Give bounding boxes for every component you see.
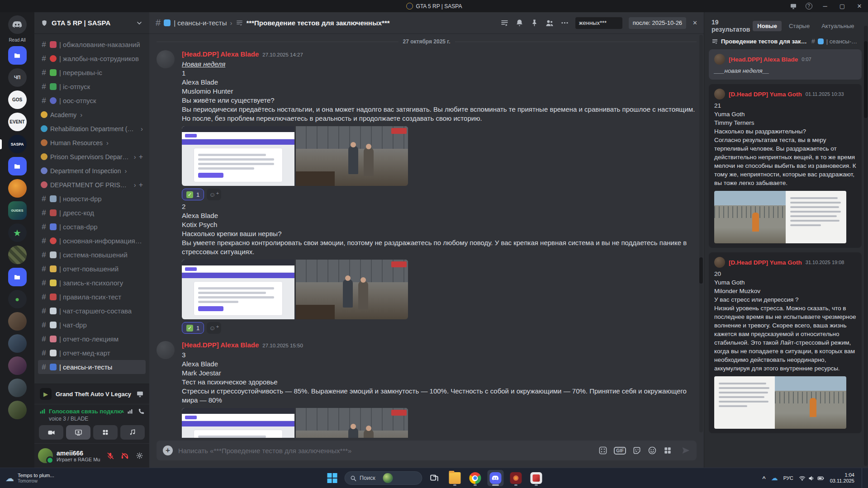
app-button-red[interactable] [508, 470, 524, 486]
channel-item[interactable]: #| основная-информация-dpp [38, 234, 146, 248]
server-icon-avatar[interactable] [8, 334, 27, 353]
settings-gear-icon[interactable] [133, 450, 146, 462]
server-icon-star[interactable]: ★ [8, 223, 27, 242]
add-channel-icon[interactable]: + [139, 181, 143, 189]
server-icon-guides[interactable]: GUIDES [8, 201, 27, 220]
category-item[interactable]: Academy› [38, 108, 146, 122]
channel-item[interactable]: #| запись-к-психологу [38, 276, 146, 290]
reaction-pill[interactable]: ✓1 [182, 322, 204, 334]
attachment-image-game[interactable] [296, 408, 408, 438]
tray-expand-icon[interactable]: ^ [762, 475, 766, 482]
notifications-bell-icon[interactable] [515, 19, 524, 27]
result-attachment-image[interactable] [714, 376, 846, 429]
server-header[interactable]: GTA 5 RP | SASPA [34, 12, 149, 34]
avatar[interactable] [157, 341, 175, 359]
tab-old[interactable]: Старые [784, 21, 814, 31]
mute-mic-button[interactable] [104, 450, 117, 462]
gif-picker-icon[interactable]: GIF [614, 447, 626, 455]
user-meta[interactable]: ameii666 Играет в RAGE Multipla...+1 [57, 450, 100, 462]
chat-scrollbar-thumb[interactable] [699, 257, 703, 284]
tab-relevant[interactable]: Актуальные [817, 21, 859, 31]
thread-title[interactable]: ***Проведение тестов для заключенных*** [247, 19, 390, 27]
show-desktop-button[interactable] [862, 468, 863, 488]
panel-scrollbar-thumb[interactable] [864, 41, 868, 118]
attachment-image-game[interactable] [296, 260, 408, 319]
clear-search-icon[interactable]: ✕ [693, 19, 697, 26]
sticker-icon[interactable] [632, 446, 641, 455]
deafen-button[interactable] [119, 450, 131, 462]
result-attachment-image[interactable] [714, 191, 846, 243]
add-reaction-button[interactable]: ☺+ [207, 322, 221, 334]
threads-icon[interactable] [500, 19, 509, 27]
user-avatar[interactable] [38, 448, 53, 463]
chat-scrollbar[interactable] [699, 35, 703, 432]
taskbar-search[interactable]: Поиск [344, 471, 422, 485]
channel-item[interactable]: #| дресс-код [38, 206, 146, 220]
more-options-icon[interactable] [560, 19, 569, 27]
attach-plus-icon[interactable]: + [163, 445, 173, 455]
category-item[interactable]: Rehabilitation Department (RD)› [38, 122, 146, 136]
server-icon-event[interactable]: EVENT [8, 113, 27, 131]
server-icon-speaker[interactable]: ● [8, 290, 27, 308]
category-item[interactable]: Prison Supervisors Department›+ [38, 150, 146, 164]
server-icon-avatar[interactable] [8, 401, 27, 419]
category-item[interactable]: Human Resources› [38, 136, 146, 150]
discord-button[interactable] [487, 470, 503, 486]
emoji-icon[interactable] [648, 446, 657, 455]
channel-item[interactable]: #| ic-отпуск [38, 80, 146, 94]
tray-cloud-icon[interactable]: ☁ [771, 474, 778, 482]
soundboard-button[interactable] [120, 425, 145, 440]
close-button[interactable]: ✕ [851, 0, 868, 12]
thread-reference[interactable]: Проведение тестов для заключенных # | се… [704, 37, 868, 49]
tray-status-icons[interactable] [799, 475, 825, 482]
server-icon-chp[interactable]: ЧП [8, 68, 27, 87]
channel-item[interactable]: #| правила-псих-тест [38, 290, 146, 304]
add-channel-icon[interactable]: + [139, 153, 143, 161]
server-icon-gos[interactable]: GOS [8, 90, 27, 109]
avatar[interactable] [157, 50, 175, 68]
help-icon[interactable]: ? [801, 0, 816, 12]
server-icon-saspa[interactable]: SASPA [8, 135, 27, 153]
server-icon-avatar[interactable] [8, 312, 27, 331]
search-input[interactable] [575, 17, 622, 29]
attachment-image-website[interactable] [182, 126, 294, 186]
screen-share-button[interactable] [66, 425, 90, 440]
message-author[interactable]: [Head.DPP] Alexa Blade [182, 340, 259, 350]
search-result[interactable]: [D.Head DPP] Yuma Goth 01.11.2025 10:33 … [709, 84, 862, 248]
pinned-messages-icon[interactable] [530, 19, 539, 27]
channel-item[interactable]: #| оос-отпуск [38, 94, 146, 108]
attachment-image-website[interactable] [182, 408, 294, 438]
server-icon-avatar[interactable] [8, 356, 27, 375]
channel-item[interactable]: #| отчет-повышений [38, 262, 146, 276]
attachment-image-website[interactable] [182, 260, 294, 319]
disconnect-call-icon[interactable] [138, 408, 145, 415]
server-folder-icon[interactable] [8, 46, 27, 65]
chrome-button[interactable] [467, 470, 483, 486]
channel-item[interactable]: #| обжалование-наказаний [38, 38, 146, 52]
apps-icon[interactable] [663, 446, 672, 455]
file-explorer-button[interactable] [446, 470, 463, 486]
camera-button[interactable] [39, 425, 63, 440]
search-result[interactable]: [D.Head DPP] Yuma Goth 31.10.2025 19:08 … [709, 252, 862, 433]
channel-item[interactable]: #| отчет-по-лекциям [38, 332, 146, 346]
maximize-button[interactable]: ▢ [834, 0, 851, 12]
voice-channel-name[interactable]: voice 3 / BLADE [49, 416, 145, 422]
channel-item[interactable]: #| система-повышений [38, 248, 146, 262]
minimize-button[interactable]: ─ [816, 0, 834, 12]
attachment-image-game[interactable] [296, 126, 408, 186]
task-view-button[interactable] [426, 470, 442, 486]
channel-name[interactable]: | сеансы-и-тесты [174, 19, 227, 27]
stream-game-icon[interactable] [136, 390, 144, 398]
add-reaction-button[interactable]: ☺+ [207, 189, 221, 200]
search-result[interactable]: [Head.DPP] Alexa Blade 0:07 ___новая нед… [709, 49, 862, 80]
search-filter-chip[interactable]: после: 2025-10-26 [629, 17, 686, 29]
message-input-field[interactable] [178, 447, 593, 455]
member-list-icon[interactable] [545, 19, 554, 28]
stream-preview-icon[interactable] [786, 0, 801, 12]
read-all-label[interactable]: Read All [9, 38, 25, 43]
message-author[interactable]: [Head.DPP] Alexa Blade [182, 49, 259, 59]
server-folder-icon[interactable] [8, 268, 27, 286]
panel-scrollbar[interactable] [864, 26, 868, 466]
weather-widget[interactable]: ☁ Temps to plum... Tomorrow [0, 468, 60, 488]
channel-item[interactable]: #| чат-старшего-состава [38, 304, 146, 318]
